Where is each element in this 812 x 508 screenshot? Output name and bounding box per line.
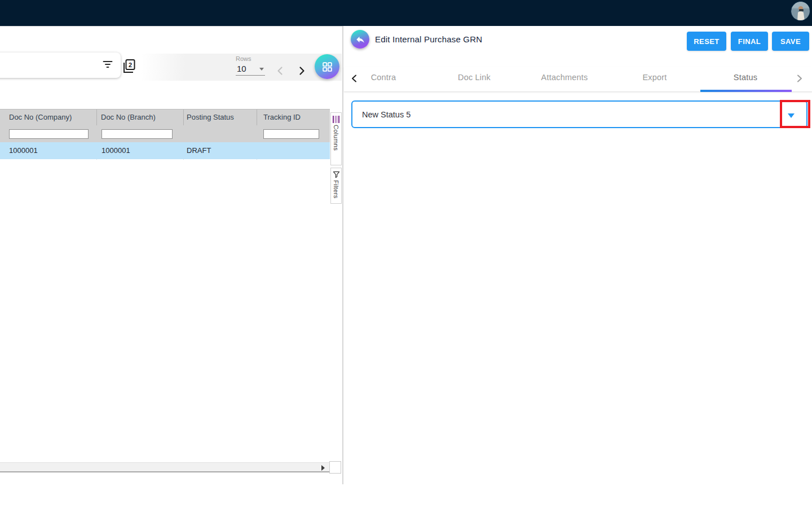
search-card — [0, 52, 121, 78]
columns-icon — [333, 116, 339, 123]
annotation-highlight-box — [780, 100, 810, 128]
tab-export[interactable]: Export — [642, 73, 667, 82]
search-input[interactable] — [3, 56, 88, 74]
status-dropdown-value: New Status 5 — [362, 110, 411, 119]
table-filter-row — [0, 125, 330, 142]
panel-divider — [342, 26, 343, 484]
page-title: Edit Internal Purchase GRN — [375, 34, 482, 44]
column-header-posting-status[interactable]: Posting Status — [187, 113, 234, 121]
tab-bar: Contra Doc Link Attachments Export Statu… — [344, 67, 812, 92]
back-arrow-icon — [355, 34, 365, 45]
left-panel — [0, 26, 342, 484]
rows-per-page-select[interactable]: 10 — [236, 63, 265, 76]
grid-view-button[interactable] — [315, 54, 339, 79]
filter-input-tracking-id[interactable] — [263, 129, 319, 139]
rows-per-page-value: 10 — [237, 64, 246, 73]
grid-icon — [321, 61, 333, 73]
user-avatar[interactable] — [791, 1, 810, 21]
scrollbar-corner — [329, 461, 341, 474]
horizontal-scrollbar[interactable] — [0, 462, 329, 472]
tab-status[interactable]: Status — [734, 73, 757, 82]
chevron-right-icon — [796, 74, 803, 83]
table-row[interactable]: 1000001 1000001 DRAFT — [0, 142, 330, 159]
filter-funnel-icon — [333, 171, 340, 178]
back-button[interactable] — [351, 30, 369, 49]
filters-tab-label: Filters — [333, 180, 339, 199]
cell-doc-no-company: 1000001 — [9, 146, 38, 155]
filter-input-doc-no-branch[interactable] — [102, 129, 173, 139]
column-header-tracking-id[interactable]: Tracking ID — [263, 113, 301, 121]
topbar — [0, 0, 812, 26]
cell-posting-status: DRAFT — [187, 146, 211, 155]
save-button[interactable]: SAVE — [772, 32, 809, 51]
filter-pages-icon[interactable]: 2 — [122, 59, 136, 75]
chevron-left-icon — [351, 74, 358, 83]
columns-side-tab[interactable]: Columns — [330, 112, 342, 165]
tab-contra[interactable]: Contra — [371, 73, 396, 82]
prev-page-button[interactable] — [273, 64, 286, 77]
rows-label: Rows — [236, 55, 251, 62]
rows-caret-icon — [259, 68, 264, 71]
next-page-button[interactable] — [295, 64, 308, 77]
final-button[interactable]: FINAL — [731, 32, 768, 51]
chevron-left-icon — [276, 66, 284, 76]
filter-input-doc-no-company[interactable] — [9, 129, 89, 139]
reset-button[interactable]: RESET — [687, 32, 726, 51]
columns-tab-label: Columns — [333, 125, 339, 151]
scroll-right-arrow-icon[interactable] — [321, 465, 325, 471]
table-header-row: Doc No (Company) Doc No (Branch) Posting… — [0, 109, 330, 125]
tab-doc-link[interactable]: Doc Link — [458, 73, 491, 82]
filter-list-icon[interactable] — [103, 60, 113, 71]
status-dropdown[interactable]: New Status 5 — [351, 100, 807, 128]
column-header-doc-no-company[interactable]: Doc No (Company) — [9, 113, 72, 121]
chevron-right-icon — [298, 66, 306, 76]
cell-doc-no-branch: 1000001 — [102, 146, 130, 155]
filter-pages-number: 2 — [129, 62, 132, 68]
filters-side-tab[interactable]: Filters — [330, 168, 342, 204]
active-tab-underline — [700, 90, 792, 92]
tab-scroll-left-button[interactable] — [351, 74, 358, 85]
column-header-doc-no-branch[interactable]: Doc No (Branch) — [101, 113, 156, 121]
tab-attachments[interactable]: Attachments — [541, 73, 588, 82]
tab-scroll-right-button[interactable] — [796, 74, 803, 85]
